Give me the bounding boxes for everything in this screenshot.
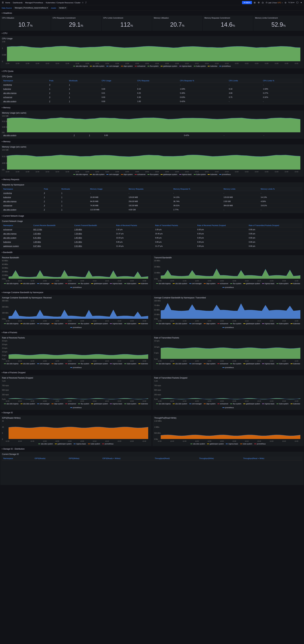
legend-item[interactable]: echoserver (65, 283, 76, 284)
table-header[interactable]: Rate of Received Packets (115, 224, 154, 228)
legend-item[interactable]: gatekeeper-system (243, 403, 260, 405)
time-range[interactable]: ⏱ Last 1 hour UTC ▾ (265, 2, 283, 4)
legend-item[interactable]: echoserver (135, 174, 146, 175)
section-bandwidth[interactable]: Bandwidth (0, 250, 304, 255)
section-avg-bw[interactable]: Average Container Bandwidth by Namespace (0, 290, 304, 295)
legend-item[interactable]: kube-system (276, 323, 288, 324)
legend-item[interactable]: prometheus (222, 286, 234, 288)
legend-item[interactable]: cert-manager (37, 323, 50, 324)
legend-item[interactable]: kubeview (138, 283, 148, 284)
legend-item[interactable]: kube-system (276, 403, 288, 405)
legend-item[interactable]: aks-istio-system (38, 443, 53, 445)
legend-item[interactable]: prometheus (222, 367, 234, 368)
table-header[interactable]: CPU Usage (100, 79, 136, 83)
legend-item[interactable]: ingress-basic (262, 283, 274, 284)
legend-item[interactable]: ingress-basic (110, 283, 122, 284)
legend-item[interactable]: aks-istio-ingress (4, 403, 19, 405)
legend-item[interactable]: prometheus (222, 326, 234, 328)
table-header[interactable]: Throughput(Read + Write) (242, 456, 302, 460)
legend-item[interactable]: cert-manager (106, 174, 119, 175)
legend-item[interactable]: echoserver (65, 403, 76, 405)
table-header[interactable]: IOPS(Reads + Writes) (101, 456, 153, 460)
monitor-icon[interactable]: 🖵 (296, 2, 298, 4)
legend-item[interactable]: kubeview (138, 323, 148, 324)
table-header[interactable]: Memory Limits % (259, 187, 302, 191)
legend-item[interactable]: prometheus (102, 443, 114, 445)
datasource-select[interactable]: Managed_Prometheus_tanprometheus ▾ (14, 6, 49, 10)
table-header[interactable]: CPU Limits (227, 79, 261, 83)
legend-item[interactable]: ingress-basic (74, 443, 86, 445)
section-cpu-quota[interactable]: CPU Quota (0, 69, 304, 74)
legend-item[interactable]: cert-manager (37, 403, 50, 405)
legend-item[interactable]: aks-istio-ingress (156, 363, 171, 365)
table-header[interactable]: Throughput(Write) (198, 456, 242, 460)
legend-item[interactable]: gatekeeper-system (243, 363, 260, 365)
legend-item[interactable]: flux-system (230, 323, 241, 324)
legend-item[interactable]: ingress-basic (226, 443, 238, 445)
legend-item[interactable]: echoserver (65, 363, 76, 365)
legend-item[interactable]: kube-system (124, 283, 136, 284)
legend-item[interactable]: aks-istio-ingress (156, 403, 171, 405)
section-rate-dropped[interactable]: Rate of Packets Dropped (0, 370, 304, 375)
legend-item[interactable]: aks-istio-ingress (73, 174, 88, 175)
namespace-link[interactable]: aks-istio-system (3, 100, 17, 102)
namespace-link[interactable]: aks-istio-ingress (3, 200, 17, 202)
legend-item[interactable]: kubeview (290, 323, 300, 324)
legend-item[interactable]: aks-istio-system (21, 323, 35, 324)
legend-item[interactable]: aks-istio-ingress (156, 283, 171, 284)
table-header[interactable]: CPU Requests % (179, 79, 228, 83)
legend-item[interactable]: aks-istio-system (173, 323, 187, 324)
legend-item[interactable]: ingress-basic (179, 65, 192, 67)
legend-item[interactable]: prometheus (70, 286, 82, 288)
legend-item[interactable]: dapr-system (204, 323, 215, 324)
section-memory[interactable]: Memory (0, 105, 304, 110)
legend-item[interactable]: prometheus (219, 65, 231, 67)
section-storage-dist[interactable]: Storage IO - Distribution (0, 446, 304, 452)
legend-item[interactable]: cert-manager (189, 363, 202, 365)
legend-item[interactable]: kubeview (208, 65, 217, 67)
namespace-link[interactable]: echoserver (3, 228, 12, 230)
namespace-link[interactable]: kubeview (3, 196, 11, 198)
namespace-link[interactable]: aks-istio-ingress (3, 92, 17, 94)
legend-item[interactable]: dapr-system (52, 283, 63, 284)
legend-item[interactable]: dapr-system (52, 363, 63, 365)
legend-item[interactable]: flux-system (148, 65, 159, 67)
legend-item[interactable]: prometheus (219, 174, 231, 175)
legend-item[interactable]: aks-istio-system (21, 363, 35, 365)
legend-item[interactable]: kube-system (240, 443, 252, 445)
dashboard-icon[interactable]: ⊞ (254, 2, 256, 4)
legend-item[interactable]: ingress-basic (262, 363, 274, 365)
namespace-link[interactable]: aks-istio-ingress (3, 233, 17, 235)
section-memory2[interactable]: Memory (0, 139, 304, 144)
section-cpu[interactable]: CPU (0, 31, 304, 36)
table-header[interactable]: Rate of Received Packets Dropped (196, 224, 247, 228)
refresh-interval[interactable]: ↻ 1m ▾ (288, 2, 294, 4)
table-header[interactable]: Rate of Transmitted Packets (154, 224, 196, 228)
legend-item[interactable]: aks-istio-system (190, 443, 205, 445)
legend-item[interactable]: gatekeeper-system (91, 363, 108, 365)
table-header[interactable]: Current Receive Bandwidth (32, 224, 73, 228)
legend-item[interactable]: kubeview (208, 174, 217, 175)
section-headlines[interactable]: Headlines (0, 10, 304, 16)
legend-item[interactable]: flux-system (148, 174, 159, 175)
legend-item[interactable]: aks-istio-system (21, 283, 35, 284)
table-header[interactable]: Memory Requests (127, 187, 172, 191)
legend-item[interactable]: kubeview (290, 283, 300, 284)
legend-item[interactable]: echoserver (217, 323, 228, 324)
legend-item[interactable]: flux-system (230, 363, 241, 365)
legend-item[interactable]: aks-istio-ingress (4, 283, 19, 284)
legend-item[interactable]: prometheus (70, 367, 82, 368)
legend-item[interactable]: gatekeeper-system (161, 65, 177, 67)
legend-item[interactable]: kube-system (124, 363, 136, 365)
legend-item[interactable]: cert-manager (189, 323, 202, 324)
legend-item[interactable]: kubeview (138, 363, 148, 365)
table-header[interactable]: Namespace (2, 456, 33, 460)
legend-item[interactable]: ingress-basic (262, 403, 274, 405)
table-header[interactable]: Workloads (60, 187, 89, 191)
legend-item[interactable]: flux-system (78, 283, 89, 284)
zoom-out-icon[interactable]: ⊖ (284, 2, 287, 4)
section-memory-requests[interactable]: Memory Requests (0, 177, 304, 182)
legend-item[interactable]: dapr-system (52, 323, 63, 324)
legend-item[interactable]: kube-system (276, 363, 288, 365)
legend-item[interactable]: ingress-basic (110, 403, 122, 405)
